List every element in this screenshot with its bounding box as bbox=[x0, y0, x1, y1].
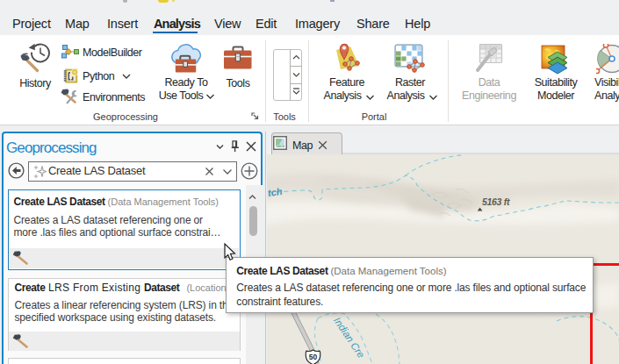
svg-text:50: 50 bbox=[309, 353, 318, 361]
